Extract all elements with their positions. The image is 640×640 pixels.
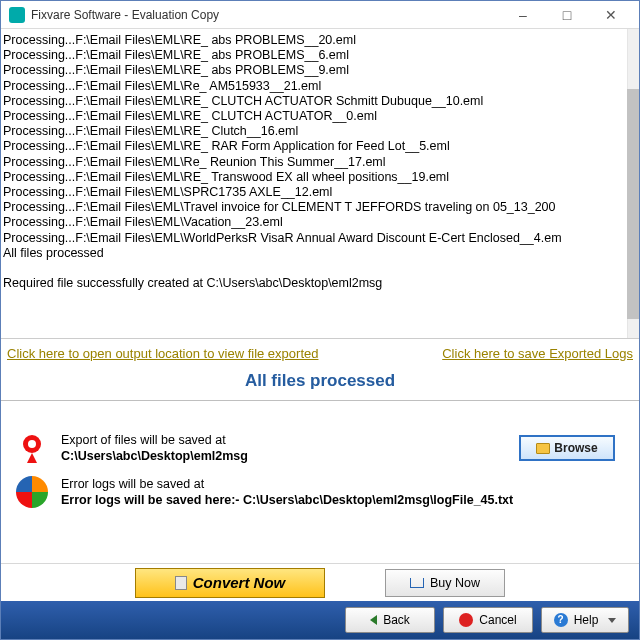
error-log-path: Error logs will be saved here:- C:\Users… bbox=[61, 492, 615, 508]
window-title: Fixvare Software - Evaluation Copy bbox=[31, 8, 501, 22]
status-heading: All files processed bbox=[1, 367, 639, 401]
open-output-link[interactable]: Click here to open output location to vi… bbox=[7, 346, 318, 361]
help-label: Help bbox=[574, 613, 599, 627]
back-button[interactable]: Back bbox=[345, 607, 435, 633]
export-heading: Export of files will be saved at bbox=[61, 432, 507, 448]
back-label: Back bbox=[383, 613, 410, 627]
cancel-icon bbox=[459, 613, 473, 627]
pie-chart-icon bbox=[15, 475, 49, 509]
error-heading: Error logs will be saved at bbox=[61, 476, 615, 492]
titlebar: Fixvare Software - Evaluation Copy – □ ✕ bbox=[1, 1, 639, 29]
export-path-panel: Export of files will be saved at C:\User… bbox=[15, 431, 625, 465]
convert-label: Convert Now bbox=[193, 574, 286, 591]
action-row: Convert Now Buy Now bbox=[1, 563, 639, 601]
save-logs-link[interactable]: Click here to save Exported Logs bbox=[442, 346, 633, 361]
buy-now-button[interactable]: Buy Now bbox=[385, 569, 505, 597]
cart-icon bbox=[410, 578, 424, 588]
cancel-button[interactable]: Cancel bbox=[443, 607, 533, 633]
log-line: All files processed bbox=[3, 246, 627, 261]
folder-icon bbox=[536, 443, 550, 454]
log-area: Processing...F:\Email Files\EML\RE_ abs … bbox=[1, 29, 639, 339]
close-button[interactable]: ✕ bbox=[589, 2, 633, 28]
log-line: Processing...F:\Email Files\EML\RE_ Tran… bbox=[3, 170, 627, 185]
browse-button[interactable]: Browse bbox=[519, 435, 615, 461]
log-line bbox=[3, 261, 627, 276]
log-line: Processing...F:\Email Files\EML\SPRC1735… bbox=[3, 185, 627, 200]
log-line: Processing...F:\Email Files\EML\RE_ CLUT… bbox=[3, 94, 627, 109]
export-path-text: Export of files will be saved at C:\User… bbox=[61, 432, 507, 464]
log-line: Processing...F:\Email Files\EML\Re_ Reun… bbox=[3, 155, 627, 170]
settings-body: Export of files will be saved at C:\User… bbox=[1, 401, 639, 563]
arrow-left-icon bbox=[370, 615, 377, 625]
log-line: Required file successfully created at C:… bbox=[3, 276, 627, 291]
convert-now-button[interactable]: Convert Now bbox=[135, 568, 325, 598]
log-text: Processing...F:\Email Files\EML\RE_ abs … bbox=[1, 29, 627, 338]
dropdown-icon bbox=[608, 618, 616, 623]
log-line: Processing...F:\Email Files\EML\Travel i… bbox=[3, 200, 627, 215]
log-line: Processing...F:\Email Files\EML\Re_ AM51… bbox=[3, 79, 627, 94]
error-log-panel: Error logs will be saved at Error logs w… bbox=[15, 475, 625, 509]
log-line: Processing...F:\Email Files\EML\RE_ abs … bbox=[3, 63, 627, 78]
scrollbar-thumb[interactable] bbox=[627, 89, 639, 319]
log-line: Processing...F:\Email Files\EML\RE_ abs … bbox=[3, 48, 627, 63]
error-log-text: Error logs will be saved at Error logs w… bbox=[61, 476, 615, 508]
log-line: Processing...F:\Email Files\EML\RE_ Clut… bbox=[3, 124, 627, 139]
svg-point-1 bbox=[28, 440, 36, 448]
cancel-label: Cancel bbox=[479, 613, 516, 627]
app-icon bbox=[9, 7, 25, 23]
log-line: Processing...F:\Email Files\EML\WorldPer… bbox=[3, 231, 627, 246]
location-pin-icon bbox=[15, 431, 49, 465]
bottom-bar: Back Cancel ? Help bbox=[1, 601, 639, 639]
log-line: Processing...F:\Email Files\EML\RE_ abs … bbox=[3, 33, 627, 48]
window-buttons: – □ ✕ bbox=[501, 2, 633, 28]
scrollbar-track[interactable] bbox=[627, 29, 639, 338]
log-line: Processing...F:\Email Files\EML\Vacation… bbox=[3, 215, 627, 230]
log-line: Processing...F:\Email Files\EML\RE_ CLUT… bbox=[3, 109, 627, 124]
export-path-value: C:\Users\abc\Desktop\eml2msg bbox=[61, 448, 507, 464]
maximize-button[interactable]: □ bbox=[545, 2, 589, 28]
log-line: Processing...F:\Email Files\EML\RE_ RAR … bbox=[3, 139, 627, 154]
document-icon bbox=[175, 576, 187, 590]
app-window: Fixvare Software - Evaluation Copy – □ ✕… bbox=[0, 0, 640, 640]
links-row: Click here to open output location to vi… bbox=[1, 339, 639, 367]
help-icon: ? bbox=[554, 613, 568, 627]
minimize-button[interactable]: – bbox=[501, 2, 545, 28]
browse-label: Browse bbox=[554, 441, 597, 455]
buy-label: Buy Now bbox=[430, 576, 480, 590]
help-button[interactable]: ? Help bbox=[541, 607, 629, 633]
